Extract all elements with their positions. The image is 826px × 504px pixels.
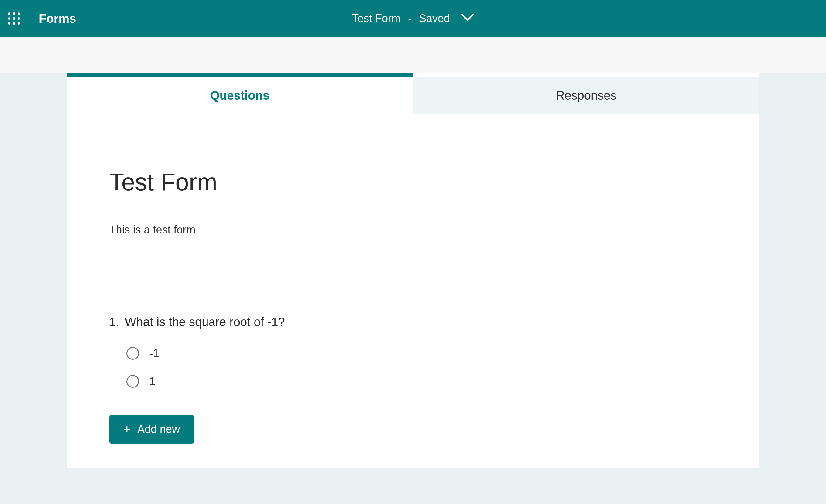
plus-icon: + bbox=[123, 423, 131, 436]
add-new-button[interactable]: + Add new bbox=[109, 415, 194, 444]
add-new-label: Add new bbox=[137, 423, 180, 436]
sub-header-bar bbox=[0, 37, 826, 73]
option-row[interactable]: -1 bbox=[126, 347, 717, 360]
accent-strip bbox=[67, 73, 413, 77]
form-title[interactable]: Test Form bbox=[109, 168, 717, 196]
option-label: 1 bbox=[150, 375, 156, 388]
tab-questions[interactable]: Questions bbox=[67, 77, 413, 114]
app-launcher-button[interactable] bbox=[0, 0, 28, 37]
chevron-down-icon bbox=[461, 12, 474, 25]
breadcrumb[interactable]: Test Form - Saved bbox=[352, 12, 474, 25]
tab-responses[interactable]: Responses bbox=[413, 77, 760, 114]
question-block[interactable]: 1. What is the square root of -1? -1 1 bbox=[109, 315, 717, 388]
form-name-crumb: Test Form bbox=[352, 12, 400, 25]
radio-icon bbox=[126, 347, 139, 360]
option-label: -1 bbox=[150, 347, 159, 360]
crumb-separator: - bbox=[408, 12, 411, 25]
form-description[interactable]: This is a test form bbox=[109, 224, 717, 236]
tabs-row: Questions Responses bbox=[67, 77, 760, 114]
question-text-row: 1. What is the square root of -1? bbox=[109, 315, 717, 329]
question-number: 1. bbox=[109, 315, 119, 329]
app-header: Forms Test Form - Saved bbox=[0, 0, 826, 37]
radio-icon bbox=[126, 375, 139, 388]
form-body: Test Form This is a test form 1. What is… bbox=[67, 114, 760, 468]
option-row[interactable]: 1 bbox=[126, 375, 717, 388]
save-status-label: Saved bbox=[419, 12, 450, 25]
question-text: What is the square root of -1? bbox=[125, 315, 285, 329]
app-name-label[interactable]: Forms bbox=[39, 12, 76, 25]
question-options: -1 1 bbox=[109, 347, 717, 388]
form-card: Questions Responses Test Form This is a … bbox=[67, 73, 760, 468]
waffle-icon bbox=[8, 12, 20, 24]
